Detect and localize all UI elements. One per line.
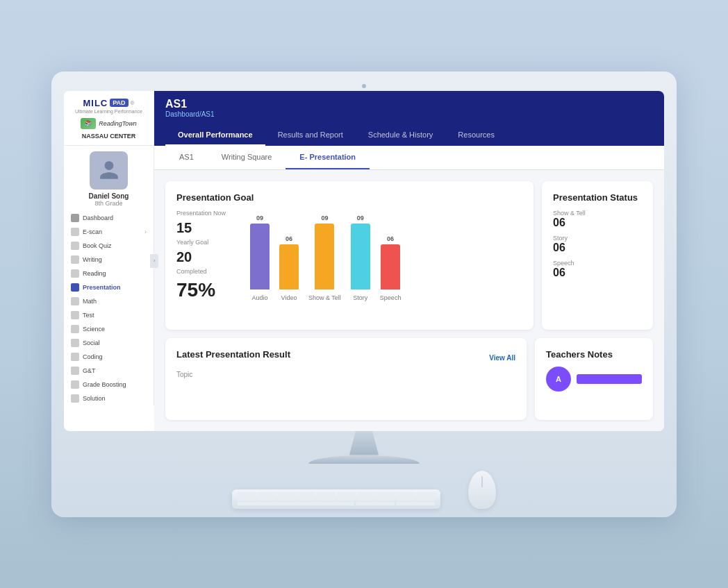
sidebar-item-gt[interactable]: G&T bbox=[64, 364, 154, 378]
sub-tabs-row: AS1 Writing Square E- Presentation bbox=[154, 146, 664, 170]
sidebar-item-presentation[interactable]: Presentation bbox=[64, 280, 154, 294]
grade-boosting-icon bbox=[71, 380, 79, 389]
sidebar-item-dashboard[interactable]: Dashboard bbox=[64, 211, 154, 225]
status-item-value: 06 bbox=[553, 217, 642, 229]
coding-icon bbox=[71, 353, 79, 361]
bar-value-label: 09 bbox=[357, 215, 364, 221]
user-grade: 8th Grade bbox=[94, 200, 122, 207]
bar-value-label: 06 bbox=[286, 235, 292, 242]
sub-tab-e-presentation[interactable]: E- Presentation bbox=[286, 146, 370, 169]
teacher-avatar-row: A bbox=[546, 367, 642, 392]
presentation-goal-title: Presentation Goal bbox=[176, 192, 522, 203]
tab-resources[interactable]: Resources bbox=[445, 125, 507, 146]
sidebar-item-test[interactable]: Test bbox=[64, 308, 154, 322]
grade-boosting-label: Grade Boosting bbox=[83, 381, 126, 388]
status-item-value: 06 bbox=[553, 242, 642, 254]
monitor-neck bbox=[343, 431, 385, 455]
status-item-label: Story bbox=[553, 235, 642, 242]
bar-value-label: 09 bbox=[321, 215, 328, 221]
test-label: Test bbox=[83, 312, 94, 319]
keyboard-area bbox=[64, 471, 664, 517]
key bbox=[238, 497, 256, 501]
key bbox=[238, 492, 256, 496]
sidebar-item-science[interactable]: Science bbox=[64, 322, 154, 336]
teachers-notes-title: Teachers Notes bbox=[546, 349, 642, 360]
coding-label: Coding bbox=[83, 353, 103, 360]
page-title: AS1 bbox=[165, 98, 653, 110]
key bbox=[317, 492, 336, 496]
status-item-show-&-tell: Show & Tell 06 bbox=[553, 210, 642, 229]
writing-label: Writing bbox=[83, 256, 102, 263]
sidebar-item-solution[interactable]: Solution bbox=[64, 392, 154, 405]
breadcrumb: Dashboard/AS1 bbox=[165, 110, 653, 118]
mouse[interactable] bbox=[468, 471, 496, 509]
sub-tab-writing-square[interactable]: Writing Square bbox=[208, 146, 286, 169]
sidebar-item-coding[interactable]: Coding bbox=[64, 350, 154, 364]
user-name: Daniel Song bbox=[89, 192, 129, 200]
presentation-now-label: Presentation Now bbox=[176, 210, 239, 217]
reading-town-row: 📚 ReadingTown bbox=[81, 118, 137, 129]
presentation-status-card: Presentation Status Show & Tell 06 Story… bbox=[542, 181, 653, 330]
topic-label: Topic bbox=[176, 371, 515, 378]
main-header: AS1 Dashboard/AS1 Overall Performance Re… bbox=[154, 91, 664, 146]
view-all-link[interactable]: View All bbox=[489, 354, 515, 362]
key bbox=[297, 497, 316, 501]
content-area: Presentation Goal Presentation Now 15 Ye… bbox=[154, 170, 664, 431]
key bbox=[258, 497, 276, 501]
presentation-icon bbox=[71, 283, 79, 292]
keyboard-row-3 bbox=[238, 502, 435, 505]
goal-content: Presentation Now 15 Yearly Goal 20 Compl… bbox=[176, 210, 522, 301]
key bbox=[277, 497, 296, 501]
key bbox=[356, 502, 395, 505]
key bbox=[258, 492, 276, 496]
sidebar-item-social[interactable]: Social bbox=[64, 336, 154, 350]
spacebar-key bbox=[238, 502, 354, 505]
monitor-outer: MILC PAD ® Ultimate Learning Performance… bbox=[51, 72, 677, 517]
bar-group-video: 06 Video bbox=[279, 235, 299, 301]
dashboard-label: Dashboard bbox=[83, 215, 113, 221]
milo-text: MILC bbox=[83, 98, 108, 108]
key bbox=[357, 497, 376, 501]
tab-overall-performance[interactable]: Overall Performance bbox=[165, 125, 265, 146]
sidebar-toggle[interactable]: › bbox=[150, 254, 158, 268]
bar-group-audio: 09 Audio bbox=[250, 215, 270, 301]
sidebar-item-book-quiz[interactable]: Book Quiz bbox=[64, 239, 154, 253]
sidebar-item-escan[interactable]: E-scan › bbox=[64, 225, 154, 239]
keyboard[interactable] bbox=[232, 489, 440, 509]
sidebar-item-math[interactable]: Math bbox=[64, 294, 154, 308]
sidebar-item-reading[interactable]: Reading bbox=[64, 267, 154, 280]
presentation-label: Presentation bbox=[83, 284, 121, 291]
status-item-speech: Speech 06 bbox=[553, 260, 642, 279]
monitor-base bbox=[308, 455, 420, 464]
latest-result-card: Latest Presentation Result View All Topi… bbox=[165, 338, 527, 420]
book-quiz-icon bbox=[71, 242, 79, 250]
sidebar-item-writing[interactable]: Writing bbox=[64, 253, 154, 267]
social-icon bbox=[71, 339, 79, 347]
bar-category-label: Video bbox=[281, 294, 297, 301]
key bbox=[357, 492, 376, 496]
completed-percent: 75% bbox=[176, 279, 239, 301]
nassau-center: NASSAU CENTER bbox=[82, 133, 136, 140]
bar-rect bbox=[279, 244, 299, 289]
bar-category-label: Speech bbox=[380, 294, 402, 301]
escan-icon bbox=[71, 228, 79, 236]
sub-tab-as1[interactable]: AS1 bbox=[165, 146, 208, 169]
monitor-stand bbox=[64, 431, 664, 464]
tab-schedule-history[interactable]: Schedule & History bbox=[356, 125, 446, 146]
key bbox=[397, 497, 415, 501]
latest-result-title: Latest Presentation Result bbox=[176, 349, 290, 360]
dashboard-icon bbox=[71, 214, 79, 222]
teachers-notes-card: Teachers Notes A bbox=[535, 338, 653, 420]
test-icon bbox=[71, 311, 79, 319]
tab-results-report[interactable]: Results and Report bbox=[265, 125, 356, 146]
status-list: Show & Tell 06 Story 06 Speech 06 bbox=[553, 210, 642, 279]
page-wrapper: MILC PAD ® Ultimate Learning Performance… bbox=[51, 72, 677, 517]
solution-label: Solution bbox=[83, 395, 106, 402]
sidebar-item-grade-boosting[interactable]: Grade Boosting bbox=[64, 378, 154, 392]
status-item-story: Story 06 bbox=[553, 235, 642, 254]
monitor-screen: MILC PAD ® Ultimate Learning Performance… bbox=[64, 91, 664, 431]
presentation-goal-card: Presentation Goal Presentation Now 15 Ye… bbox=[165, 181, 533, 330]
bar-value-label: 06 bbox=[387, 235, 394, 242]
registered-icon: ® bbox=[131, 100, 135, 106]
bar-rect bbox=[351, 224, 370, 289]
